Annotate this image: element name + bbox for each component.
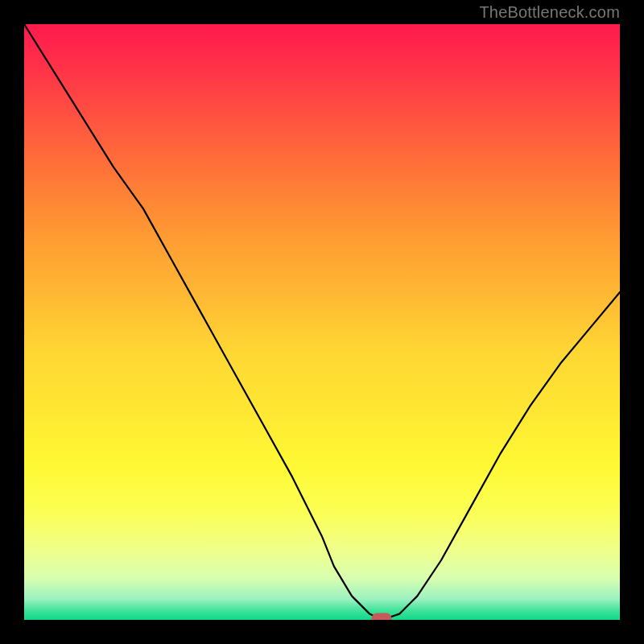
curve-svg xyxy=(24,24,620,620)
bottleneck-curve xyxy=(24,24,620,620)
chart-container: TheBottleneck.com xyxy=(0,0,644,644)
optimal-point-marker xyxy=(372,613,391,620)
plot-area xyxy=(24,24,620,620)
watermark-label: TheBottleneck.com xyxy=(479,3,620,22)
